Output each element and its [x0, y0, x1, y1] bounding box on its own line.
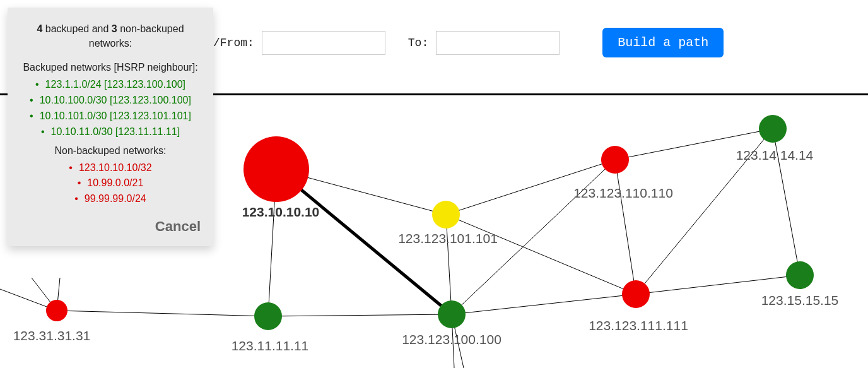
network-summary-popup: 4 backuped and 3 non-backuped networks: …: [8, 8, 213, 246]
backuped-item: 10.10.11.0/30 [123.11.11.11]: [20, 124, 201, 140]
graph-edge: [57, 278, 60, 311]
backuped-item: 10.10.100.0/30 [123.123.100.100]: [20, 93, 201, 109]
graph-edge: [0, 289, 57, 311]
graph-node-label: 123.15.15.15: [761, 293, 839, 308]
cancel-button[interactable]: Cancel: [20, 218, 201, 235]
backuped-item: 123.1.1.0/24 [123.123.100.100]: [20, 77, 201, 93]
backuped-section-title: Backuped networks [HSRP neighbour]:: [20, 62, 201, 73]
graph-edge: [446, 215, 452, 314]
nonbackuped-list: 123.10.10.10/3210.99.0.0/2199.99.99.0/24: [20, 160, 201, 207]
graph-node-label: 123.31.31.31: [13, 328, 91, 343]
graph-node-label: 123.123.101.101: [398, 231, 498, 246]
graph-node[interactable]: [243, 136, 309, 202]
graph-node-label: 123.123.111.111: [589, 318, 688, 333]
build-path-button[interactable]: Build a path: [602, 28, 724, 57]
graph-node[interactable]: [601, 146, 629, 174]
nonbackuped-section-title: Non-backuped networks:: [20, 145, 201, 157]
graph-node-label: 123.11.11.11: [232, 338, 309, 353]
nonbackuped-count: 3: [112, 23, 117, 34]
from-input[interactable]: [262, 31, 385, 55]
graph-node-label: 123.10.10.10: [242, 205, 320, 220]
nonbackuped-item: 99.99.99.0/24: [20, 191, 201, 207]
graph-edge: [636, 275, 800, 294]
from-label: /From:: [213, 37, 254, 49]
to-label: To:: [408, 37, 428, 49]
to-input[interactable]: [436, 31, 560, 55]
graph-node[interactable]: [254, 302, 282, 330]
graph-node-label: 123.123.110.110: [573, 186, 673, 201]
graph-node-label: 123.14.14.14: [736, 148, 814, 163]
nonbackuped-item: 123.10.10.10/32: [20, 160, 201, 176]
graph-node-label: 123.123.100.100: [402, 332, 501, 347]
graph-edge: [268, 169, 276, 316]
popup-summary: 4 backuped and 3 non-backuped networks:: [20, 21, 201, 50]
graph-edge: [615, 160, 636, 294]
graph-node[interactable]: [786, 261, 814, 289]
graph-node[interactable]: [622, 280, 650, 308]
graph-node[interactable]: [46, 300, 67, 321]
graph-edge: [452, 294, 636, 314]
graph-edge: [446, 215, 636, 294]
graph-node[interactable]: [438, 300, 466, 328]
graph-edge: [57, 311, 268, 316]
graph-node[interactable]: [432, 201, 460, 229]
nonbackuped-item: 10.99.0.0/21: [20, 175, 201, 191]
graph-node[interactable]: [759, 115, 787, 143]
backuped-item: 10.10.101.0/30 [123.123.101.101]: [20, 109, 201, 124]
graph-edge: [32, 278, 57, 311]
graph-edge: [268, 314, 452, 316]
backuped-list: 123.1.1.0/24 [123.123.100.100]10.10.100.…: [20, 77, 201, 139]
